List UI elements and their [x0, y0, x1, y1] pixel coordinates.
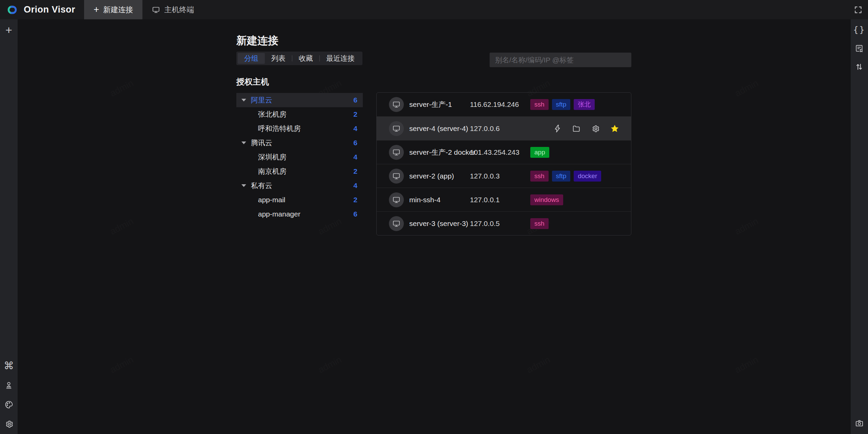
host-row-server-4[interactable]: server-4 (server-4) 127.0.0.6 — [377, 116, 631, 140]
tab-new-connection[interactable]: + 新建连接 — [84, 0, 142, 19]
view-tab-recent[interactable]: 最近连接 — [320, 53, 361, 64]
host-count-badge: 6 — [353, 139, 357, 147]
view-tab-list[interactable]: 列表 — [265, 53, 292, 64]
tag-ssh: ssh — [530, 99, 549, 110]
host-row-actions — [553, 117, 619, 140]
braces-icon[interactable]: {} — [853, 25, 865, 35]
host-name: server-4 (server-4) — [409, 125, 470, 133]
host-count-badge: 2 — [353, 110, 357, 118]
host-ip: 127.0.0.6 — [470, 125, 530, 133]
command-snippet-icon[interactable]: ⌘ — [4, 361, 14, 371]
host-row-server-3[interactable]: server-3 (server-3) 127.0.0.5 ssh — [377, 211, 631, 235]
tree-item-app-manager[interactable]: app-manager 6 — [236, 207, 363, 221]
host-count-badge: 2 — [353, 196, 357, 204]
monitor-icon — [392, 100, 400, 109]
camera-icon[interactable] — [855, 419, 864, 428]
tree-group-aliyun[interactable]: 阿里云 6 — [236, 93, 363, 107]
tag-zhangbei: 张北 — [574, 99, 595, 110]
tree-group-tencent[interactable]: 腾讯云 6 — [236, 136, 363, 150]
monitor-icon — [392, 220, 400, 228]
host-ip: 116.62.194.246 — [470, 100, 530, 109]
add-connection-plus-icon[interactable]: + — [5, 24, 12, 36]
brand[interactable]: Orion Visor — [0, 0, 84, 19]
tree-label: 腾讯云 — [251, 138, 272, 148]
host-count-badge: 4 — [353, 125, 357, 133]
host-name: server-2 (app) — [409, 172, 470, 180]
tree-group-private-cloud[interactable]: 私有云 4 — [236, 178, 363, 193]
monitor-icon — [392, 125, 400, 133]
caret-down-icon[interactable] — [241, 184, 246, 187]
app-window: Orion Visor + 新建连接 主机终端 + ⌘ — [0, 0, 868, 434]
sort-arrows-icon[interactable] — [855, 62, 864, 71]
tree-item-shenzhen[interactable]: 深圳机房 4 — [236, 150, 363, 164]
host-row-server-prod-2[interactable]: server-生产-2 docker 101.43.254.243 app — [377, 140, 631, 164]
fullscreen-icon[interactable] — [854, 5, 863, 14]
host-tags: app — [530, 147, 549, 158]
app-logo-icon — [5, 5, 19, 15]
tree-label: 阿里云 — [251, 95, 272, 105]
host-avatar — [389, 145, 404, 160]
host-tags: ssh — [530, 218, 549, 229]
tree-label: app-mail — [258, 196, 285, 204]
tab-host-terminal[interactable]: 主机终端 — [142, 0, 203, 19]
host-avatar — [389, 169, 404, 184]
palette-icon[interactable] — [4, 400, 14, 409]
gear-icon[interactable] — [4, 419, 14, 429]
tag-ssh: ssh — [530, 218, 549, 229]
sftp-folder-icon[interactable] — [572, 124, 581, 133]
host-avatar — [389, 192, 404, 207]
search-input[interactable] — [490, 53, 631, 67]
host-count-badge: 4 — [353, 182, 357, 190]
monitor-icon — [392, 196, 400, 204]
caret-down-icon[interactable] — [241, 99, 246, 101]
tag-ssh: ssh — [530, 171, 549, 182]
tree-label: 私有云 — [251, 181, 272, 190]
host-count-badge: 2 — [353, 167, 357, 175]
view-tab-group[interactable]: 分组 — [238, 53, 265, 64]
tag-docker: docker — [574, 171, 601, 182]
host-count-badge: 4 — [353, 153, 357, 161]
plus-icon: + — [94, 5, 99, 14]
host-ip: 127.0.0.3 — [470, 172, 530, 180]
app-title: Orion Visor — [24, 4, 75, 15]
host-tags: windows — [530, 194, 563, 205]
favorite-star-icon[interactable] — [610, 124, 619, 133]
tree-item-app-mail[interactable]: app-mail 2 — [236, 193, 363, 207]
tree-label: 深圳机房 — [258, 152, 287, 162]
search-box — [490, 53, 631, 67]
host-row-server-2[interactable]: server-2 (app) 127.0.0.3 ssh sftp docker — [377, 164, 631, 188]
tree-label: app-manager — [258, 210, 300, 218]
tree-item-zhangbei[interactable]: 张北机房 2 — [236, 107, 363, 121]
host-name: server-生产-1 — [409, 100, 470, 109]
host-ip: 127.0.0.5 — [470, 220, 530, 228]
tree-label: 张北机房 — [258, 110, 287, 119]
host-group-tree: 阿里云 6 张北机房 2 呼和浩特机房 4 腾讯云 6 深圳机房 4 南京机房 — [236, 93, 363, 221]
host-name: server-3 (server-3) — [409, 220, 470, 228]
host-tags: ssh sftp docker — [530, 171, 601, 182]
stamp-icon[interactable] — [4, 381, 13, 390]
view-tabs: 分组 列表 收藏 最近连接 — [236, 52, 362, 65]
monitor-icon — [152, 6, 160, 14]
host-avatar — [389, 216, 404, 231]
tree-label: 呼和浩特机房 — [258, 124, 301, 133]
tree-heading: 授权主机 — [236, 76, 269, 87]
host-count-badge: 6 — [353, 96, 357, 104]
host-ip: 127.0.0.1 — [470, 196, 530, 204]
tree-label: 南京机房 — [258, 167, 287, 176]
page-title: 新建连接 — [236, 34, 278, 48]
host-name: server-生产-2 docker — [409, 148, 470, 157]
tree-item-huhehaote[interactable]: 呼和浩特机房 4 — [236, 121, 363, 136]
caret-down-icon[interactable] — [241, 141, 246, 144]
host-tags: ssh sftp 张北 — [530, 99, 595, 110]
host-row-server-prod-1[interactable]: server-生产-1 116.62.194.246 ssh sftp 张北 — [377, 93, 631, 116]
tree-item-nanjing[interactable]: 南京机房 2 — [236, 164, 363, 178]
form-bookmark-icon[interactable] — [855, 44, 864, 53]
settings-icon[interactable] — [591, 124, 600, 133]
host-avatar — [389, 97, 404, 112]
topbar-spacer — [203, 0, 854, 19]
sidebar-left: + ⌘ — [0, 19, 18, 434]
host-list: server-生产-1 116.62.194.246 ssh sftp 张北 s… — [376, 92, 631, 235]
view-tab-favorites[interactable]: 收藏 — [292, 53, 319, 64]
terminal-connect-icon[interactable] — [553, 124, 562, 133]
host-row-min-ssh-4[interactable]: min-ssh-4 127.0.0.1 windows — [377, 188, 631, 211]
